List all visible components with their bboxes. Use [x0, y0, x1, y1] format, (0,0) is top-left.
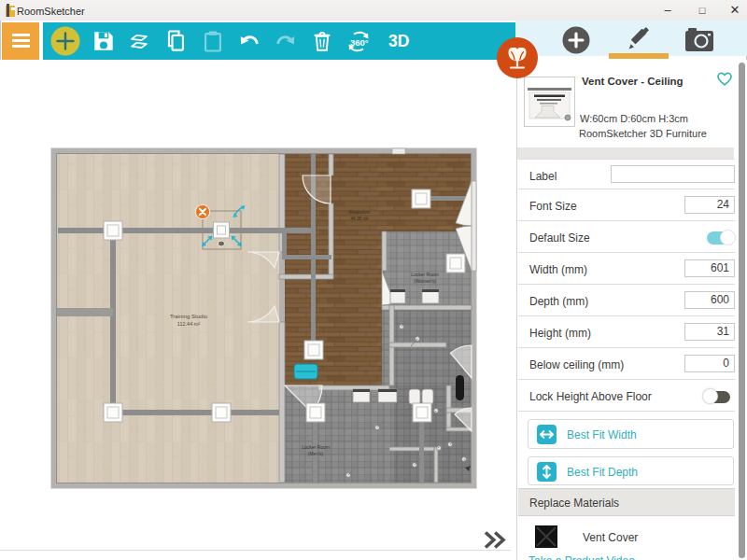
svg-text:360°: 360° [350, 37, 369, 48]
svg-text:46.95 m²: 46.95 m² [351, 217, 369, 221]
svg-text:3D: 3D [388, 32, 409, 50]
svg-text:(Women's): (Women's) [414, 278, 436, 284]
svg-text:Training Studio: Training Studio [170, 314, 208, 319]
svg-text:Locker Room: Locker Room [302, 444, 330, 450]
svg-text:(Men's): (Men's) [308, 451, 324, 456]
svg-text:Locker Room: Locker Room [411, 272, 439, 277]
svg-text:112.44 m²: 112.44 m² [177, 321, 201, 327]
svg-text:Reception: Reception [349, 209, 371, 215]
